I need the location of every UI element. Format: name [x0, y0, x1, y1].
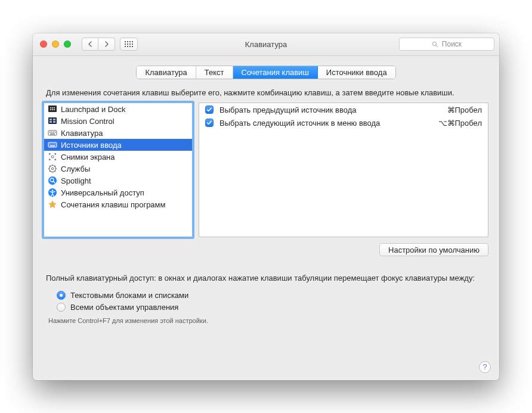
input-sources-icon — [48, 140, 57, 150]
grid-icon — [125, 41, 133, 47]
search-placeholder: Поиск — [442, 40, 462, 48]
content-area: КлавиатураТекстСочетания клавишИсточники… — [33, 56, 499, 380]
svg-rect-20 — [48, 142, 57, 147]
svg-rect-14 — [48, 131, 57, 135]
tab-item[interactable]: Текст — [196, 66, 233, 79]
mission-control-icon — [48, 116, 57, 126]
svg-rect-12 — [50, 121, 52, 123]
svg-rect-10 — [50, 119, 52, 120]
minimize-button[interactable] — [52, 41, 59, 48]
svg-rect-21 — [50, 145, 55, 147]
shortcut-keys: ⌥⌘Пробел — [438, 119, 482, 128]
full-access-options: Текстовыми блоками и спискамиВсеми объек… — [57, 290, 486, 313]
category-item[interactable]: Службы — [44, 163, 192, 175]
category-label: Клавиатура — [61, 129, 103, 138]
help-button[interactable]: ? — [479, 361, 491, 373]
svg-line-1 — [436, 45, 438, 46]
chevron-left-icon — [88, 41, 92, 47]
radio-button[interactable] — [57, 291, 66, 300]
svg-rect-9 — [48, 117, 57, 124]
category-item[interactable]: Mission Control — [44, 115, 192, 127]
category-label: Сочетания клавиш программ — [61, 200, 165, 209]
restore-defaults-label: Настройки по умолчанию — [388, 246, 480, 254]
defaults-row: Настройки по умолчанию — [44, 243, 488, 256]
tabs-segmented-control: КлавиатураТекстСочетания клавишИсточники… — [136, 66, 395, 79]
category-label: Источники ввода — [61, 141, 122, 150]
radio-label: Текстовыми блоками и списками — [70, 291, 188, 300]
tab-item[interactable]: Источники ввода — [318, 66, 395, 79]
svg-point-8 — [54, 109, 55, 110]
svg-rect-15 — [50, 132, 51, 133]
shortcut-row[interactable]: Выбрать предыдущий источник ввода⌘Пробел — [199, 103, 488, 116]
chevron-right-icon — [104, 41, 109, 47]
radio-button[interactable] — [57, 303, 66, 312]
screenshot-icon — [48, 152, 57, 162]
show-all-button[interactable] — [120, 38, 138, 51]
tab-item[interactable]: Сочетания клавиш — [233, 66, 318, 79]
svg-point-7 — [52, 109, 53, 110]
spotlight-icon — [48, 176, 57, 185]
svg-rect-11 — [53, 119, 55, 120]
category-item[interactable]: Снимки экрана — [44, 151, 192, 163]
close-button[interactable] — [40, 41, 47, 48]
svg-point-3 — [50, 107, 51, 108]
category-label: Службы — [61, 164, 90, 173]
shortcuts-list[interactable]: Выбрать предыдущий источник ввода⌘Пробел… — [199, 103, 488, 237]
shortcut-label: Выбрать следующий источник в меню ввода — [219, 119, 380, 128]
preferences-window: Клавиатура Поиск КлавиатураТекстСочетани… — [33, 33, 499, 380]
radio-option[interactable]: Всеми объектами управления — [57, 302, 486, 313]
back-button[interactable] — [82, 38, 98, 51]
search-icon — [432, 41, 438, 48]
category-label: Launchpad и Dock — [61, 105, 125, 114]
search-field[interactable]: Поиск — [399, 38, 494, 51]
app-shortcuts-icon — [48, 200, 57, 209]
category-label: Mission Control — [61, 117, 115, 126]
services-icon — [48, 164, 57, 173]
help-icon: ? — [482, 362, 487, 371]
category-item[interactable]: Сочетания клавиш программ — [44, 198, 192, 210]
category-label: Spotlight — [61, 176, 91, 185]
panels: Launchpad и DockMission ControlКлавиатур… — [44, 103, 488, 237]
tabs-container: КлавиатураТекстСочетания клавишИсточники… — [44, 66, 488, 79]
shortcut-row[interactable]: Выбрать следующий источник в меню ввода⌥… — [199, 116, 488, 129]
category-item[interactable]: Источники ввода — [44, 139, 192, 151]
launchpad-icon — [48, 104, 57, 114]
titlebar: Клавиатура Поиск — [33, 33, 499, 56]
accessibility-icon — [48, 188, 57, 197]
full-keyboard-access: Полный клавиатурный доступ: в окнах и ди… — [44, 273, 488, 324]
category-label: Универсальный доступ — [61, 188, 144, 197]
shortcut-checkbox[interactable] — [205, 119, 214, 127]
categories-list[interactable]: Launchpad и DockMission ControlКлавиатур… — [44, 103, 193, 237]
svg-point-4 — [52, 107, 53, 108]
full-access-text: Полный клавиатурный доступ: в окнах и ди… — [46, 273, 486, 284]
svg-point-25 — [48, 176, 57, 185]
category-label: Снимки экрана — [61, 153, 115, 162]
restore-defaults-button[interactable]: Настройки по умолчанию — [379, 243, 488, 256]
svg-rect-13 — [53, 121, 55, 123]
shortcut-keys: ⌘Пробел — [447, 105, 482, 114]
category-item[interactable]: Launchpad и Dock — [44, 103, 192, 115]
svg-rect-18 — [55, 132, 56, 133]
forward-button[interactable] — [98, 38, 115, 51]
shortcut-checkbox[interactable] — [205, 105, 214, 114]
category-item[interactable]: Клавиатура — [44, 127, 192, 139]
svg-point-29 — [52, 190, 54, 191]
keyboard-icon — [48, 128, 57, 138]
svg-point-22 — [51, 156, 54, 158]
tab-item[interactable]: Клавиатура — [137, 66, 196, 79]
zoom-button[interactable] — [64, 41, 71, 48]
svg-point-24 — [51, 167, 54, 170]
svg-point-6 — [50, 109, 51, 110]
svg-point-5 — [54, 107, 55, 108]
nav-buttons — [82, 38, 115, 51]
radio-option[interactable]: Текстовыми блоками и списками — [57, 290, 486, 302]
radio-label: Всеми объектами управления — [70, 303, 178, 312]
svg-rect-16 — [51, 132, 52, 133]
instructions-text: Для изменения сочетания клавиш выберите … — [46, 88, 486, 98]
category-item[interactable]: Универсальный доступ — [44, 187, 192, 198]
full-access-hint: Нажмите Control+F7 для изменения этой на… — [46, 317, 486, 324]
svg-rect-2 — [48, 105, 57, 112]
shortcut-label: Выбрать предыдущий источник ввода — [219, 105, 357, 114]
category-item[interactable]: Spotlight — [44, 175, 192, 187]
svg-rect-19 — [50, 133, 55, 135]
